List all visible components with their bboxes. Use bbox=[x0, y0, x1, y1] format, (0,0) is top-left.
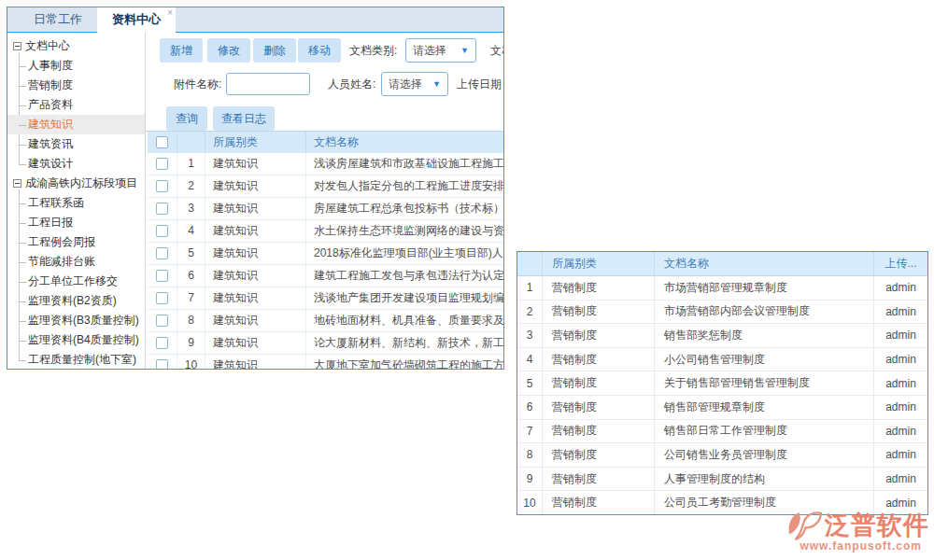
edit-button[interactable]: 修改 bbox=[207, 38, 250, 63]
view-log-button[interactable]: 查看日志 bbox=[213, 106, 275, 131]
tree-item-quality-control-basement[interactable]: 工程质量控制(地下室) bbox=[7, 350, 145, 369]
tree-item-project-daily-report[interactable]: 工程日报 bbox=[7, 213, 145, 232]
tree-item-building-knowledge[interactable]: 建筑知识 bbox=[7, 115, 145, 134]
row-checkbox[interactable] bbox=[156, 359, 168, 369]
doc-type-select[interactable]: 请选择 ▼ bbox=[405, 38, 476, 63]
tree-item-building-design[interactable]: 建筑设计 bbox=[7, 154, 145, 174]
delete-button[interactable]: 删除 bbox=[253, 38, 296, 63]
query-button[interactable]: 查询 bbox=[166, 106, 207, 131]
tree-item-label: 工程质量控制(地下室) bbox=[28, 352, 136, 368]
cell-category: 建筑知识 bbox=[205, 198, 306, 219]
table-row[interactable]: 1建筑知识浅谈房屋建筑和市政基础设施工程施工... bbox=[148, 153, 503, 175]
cell-no: 7 bbox=[177, 287, 205, 309]
tree-item-product-info[interactable]: 产品资料 bbox=[7, 95, 145, 115]
close-icon[interactable]: × bbox=[167, 8, 173, 18]
row-checkbox[interactable] bbox=[156, 292, 168, 304]
table-row[interactable]: 8营销制度公司销售业务员管理制度admin bbox=[517, 443, 927, 468]
tree-node-chengyu-railway-project[interactable]: 成渝高铁内江标段项目 bbox=[7, 174, 145, 193]
tree-item-supervision-b4[interactable]: 监理资料(B4质量控制) bbox=[7, 330, 145, 350]
tree-item-label: 监理资料(B2资质) bbox=[28, 293, 117, 309]
header-cell-category: 所属别类 bbox=[205, 132, 306, 153]
cell-no: 2 bbox=[177, 175, 205, 197]
row-checkbox[interactable] bbox=[156, 158, 168, 170]
tree-item-hr-rules[interactable]: 人事制度 bbox=[7, 56, 145, 76]
cell-docname: 市场营销部管理规章制度 bbox=[655, 276, 874, 300]
table-row[interactable]: 9建筑知识论大厦新材料、新结构、新技术，新工... bbox=[148, 332, 503, 355]
tree-connector bbox=[19, 223, 26, 224]
tree-children: 人事制度 营销制度 产品资料 建筑知识 建筑资讯 建筑设计 bbox=[7, 56, 145, 174]
cell-category: 建筑知识 bbox=[205, 287, 306, 309]
cell-uploader: admin bbox=[874, 305, 927, 318]
tab-data-center[interactable]: 资料中心 × bbox=[97, 7, 176, 33]
table-row[interactable]: 10建筑知识大厦地下室加气砼墙砌筑工程的施工方... bbox=[148, 355, 503, 369]
table-row[interactable]: 4营销制度小公司销售管理制度admin bbox=[517, 348, 927, 372]
row-checkbox[interactable] bbox=[156, 180, 168, 192]
document-center-window: 日常工作 资料中心 × 文档中心 人事制度 营销制度 产品资料 建筑知识 建筑资… bbox=[7, 7, 504, 370]
tree-connector bbox=[19, 86, 26, 87]
header-cell-docname: 文档名称 bbox=[655, 252, 874, 275]
tree-item-energy-saving-ledger[interactable]: 节能减排台账 bbox=[7, 252, 145, 272]
table-row[interactable]: 3建筑知识房屋建筑工程总承包投标书（技术标）... bbox=[148, 198, 503, 220]
collapse-icon[interactable] bbox=[13, 42, 21, 50]
tree-item-supervision-b2[interactable]: 监理资料(B2资质) bbox=[7, 291, 145, 311]
table-row[interactable]: 2建筑知识对发包人指定分包的工程施工进度安排... bbox=[148, 175, 503, 198]
cell-docname: 销售部日常工作管理制度 bbox=[655, 420, 874, 443]
collapse-icon[interactable] bbox=[13, 179, 21, 188]
cell-uploader: admin bbox=[874, 353, 927, 366]
tree-item-label: 监理资料(B3质量控制) bbox=[28, 313, 139, 329]
table-row[interactable]: 7营销制度销售部日常工作管理制度admin bbox=[517, 420, 927, 444]
tree-node-doc-center[interactable]: 文档中心 bbox=[7, 36, 145, 56]
tree-item-marketing-rules[interactable]: 营销制度 bbox=[7, 76, 145, 95]
table-header: 所属别类 文档名称 bbox=[148, 132, 503, 153]
tree-item-weekly-meeting-report[interactable]: 工程例会周报 bbox=[7, 232, 145, 252]
table-row[interactable]: 9营销制度人事管理制度的结构admin bbox=[517, 468, 927, 492]
add-button[interactable]: 新增 bbox=[160, 38, 203, 63]
cell-no: 5 bbox=[517, 371, 543, 395]
move-button[interactable]: 移动 bbox=[298, 38, 341, 63]
select-all-checkbox[interactable] bbox=[156, 136, 168, 148]
cell-category: 建筑知识 bbox=[205, 243, 306, 264]
tab-daily-work[interactable]: 日常工作 bbox=[19, 7, 97, 32]
tree-item-work-transfer[interactable]: 分工单位工作移交 bbox=[7, 272, 145, 291]
table-row[interactable]: 5建筑知识2018标准化监理项目部(业主项目部)人员... bbox=[148, 243, 503, 265]
attachment-name-input[interactable] bbox=[226, 73, 310, 95]
row-checkbox[interactable] bbox=[156, 337, 168, 349]
tree-connector bbox=[19, 321, 26, 322]
cell-uploader: admin bbox=[874, 448, 927, 461]
person-name-select[interactable]: 请选择 ▼ bbox=[381, 72, 448, 96]
tree-item-project-contact-letter[interactable]: 工程联系函 bbox=[7, 193, 145, 213]
filter-row: 附件名称: 人员姓名: 请选择 ▼ 上传日期 bbox=[146, 72, 503, 96]
cell-docname: 水土保持生态环境监测网络的建设与资... bbox=[306, 223, 503, 239]
cell-docname: 关于销售部管理销售管理制度 bbox=[655, 371, 874, 395]
table-row[interactable]: 4建筑知识水土保持生态环境监测网络的建设与资... bbox=[148, 220, 503, 243]
cell-uploader: admin bbox=[874, 281, 927, 294]
table-row[interactable]: 3营销制度销售部奖惩制度admin bbox=[517, 324, 927, 348]
tree-children: 工程联系函 工程日报 工程例会周报 节能减排台账 分工单位工作移交 监理资料(B… bbox=[7, 193, 145, 369]
table-row[interactable]: 6建筑知识建筑工程施工发包与承包违法行为认定... bbox=[148, 265, 503, 287]
cell-docname: 对发包人指定分包的工程施工进度安排... bbox=[306, 178, 503, 194]
tree-connector bbox=[19, 105, 26, 106]
fanpu-logo-icon bbox=[787, 511, 823, 540]
tree-item-label: 工程例会周报 bbox=[28, 234, 95, 250]
table-row[interactable]: 2营销制度市场营销部内部会议管理制度admin bbox=[517, 301, 927, 325]
cell-no: 7 bbox=[517, 420, 543, 443]
tree-connector bbox=[19, 145, 26, 146]
table-row[interactable]: 8建筑知识地砖地面材料、机具准备、质量要求及... bbox=[148, 310, 503, 332]
marketing-docs-table: 所属别类 文档名称 上传... 1营销制度市场营销部管理规章制度admin 2营… bbox=[517, 251, 928, 515]
row-checkbox[interactable] bbox=[156, 315, 168, 327]
tree-item-supervision-b3[interactable]: 监理资料(B3质量控制) bbox=[7, 311, 145, 330]
table-row[interactable]: 6营销制度销售部管理规章制度admin bbox=[517, 396, 927, 420]
tree-item-label: 监理资料(B4质量控制) bbox=[28, 332, 139, 348]
header-cell bbox=[148, 132, 177, 153]
row-checkbox[interactable] bbox=[156, 270, 168, 282]
tree-item-building-news[interactable]: 建筑资讯 bbox=[7, 134, 145, 154]
row-checkbox[interactable] bbox=[156, 203, 168, 215]
row-checkbox[interactable] bbox=[156, 247, 168, 259]
row-checkbox[interactable] bbox=[156, 225, 168, 237]
table-row[interactable]: 7建筑知识浅谈地产集团开发建设项目监理规划编... bbox=[148, 287, 503, 310]
person-name-label: 人员姓名: bbox=[328, 72, 375, 96]
cell bbox=[148, 265, 177, 287]
tree-item-label: 工程联系函 bbox=[28, 195, 84, 211]
table-row[interactable]: 1营销制度市场营销部管理规章制度admin bbox=[517, 276, 927, 301]
table-row[interactable]: 5营销制度关于销售部管理销售管理制度admin bbox=[517, 371, 927, 396]
